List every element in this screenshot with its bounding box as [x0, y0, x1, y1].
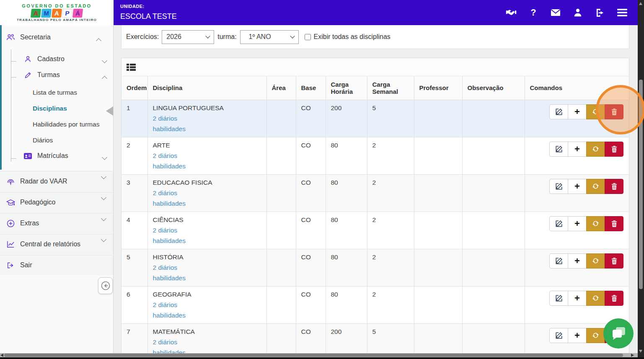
- habilidades-link[interactable]: habilidades: [153, 312, 261, 319]
- add-button[interactable]: +: [568, 216, 587, 231]
- discipline-name: EDUCACAO FISICA: [153, 179, 261, 186]
- base-cell: CO: [296, 174, 326, 212]
- area-cell: [266, 137, 296, 174]
- sidebar-item-diarios[interactable]: Diários: [33, 137, 110, 144]
- delete-button[interactable]: [605, 179, 623, 194]
- refresh-button[interactable]: [586, 179, 605, 194]
- chat-bubbles-icon: [610, 325, 627, 341]
- users-icon: [6, 34, 15, 41]
- diarios-link[interactable]: 2 diários: [153, 189, 261, 197]
- school-name: ESCOLA TESTE: [120, 12, 177, 21]
- chevron-down-icon: [101, 195, 106, 200]
- sidebar-item-matriculas[interactable]: Matrículas: [23, 152, 108, 160]
- menu-icon[interactable]: [617, 8, 628, 18]
- chat-widget-button[interactable]: [603, 318, 634, 349]
- habilidades-link[interactable]: habilidades: [153, 163, 261, 170]
- edit-button[interactable]: [549, 291, 568, 306]
- diarios-link[interactable]: 2 diários: [153, 301, 261, 309]
- sidebar-item-habilidades-por-turmas[interactable]: Habilidades por turmas: [33, 121, 110, 128]
- sidebar-item-lista-de-turmas[interactable]: Lista de turmas: [33, 89, 110, 96]
- area-cell: [266, 212, 296, 249]
- mail-icon[interactable]: [550, 8, 561, 18]
- observacao-cell: [462, 174, 525, 212]
- base-cell: CO: [296, 212, 326, 249]
- sidebar-item-sair[interactable]: Sair: [0, 255, 113, 276]
- sidebar-item-secretaria[interactable]: Secretaria: [6, 34, 108, 41]
- diarios-link[interactable]: 2 diários: [153, 264, 261, 271]
- command-buttons: +: [550, 142, 623, 157]
- discipline-name: LINGUA PORTUGUESA: [153, 104, 261, 112]
- add-button[interactable]: +: [568, 291, 587, 306]
- sidebar-item-cadastro[interactable]: Cadastro: [23, 55, 108, 63]
- sidebar-item-turmas[interactable]: Turmas: [23, 71, 108, 79]
- refresh-button[interactable]: [586, 216, 605, 231]
- delete-button[interactable]: [605, 142, 623, 157]
- refresh-button[interactable]: [586, 253, 605, 269]
- diarios-link[interactable]: 2 diários: [153, 115, 261, 122]
- habilidades-link[interactable]: habilidades: [153, 125, 261, 133]
- base-cell: CO: [296, 137, 326, 174]
- diarios-link[interactable]: 2 diários: [153, 227, 261, 234]
- edit-button[interactable]: [549, 104, 568, 119]
- exibir-todas-checkbox[interactable]: [305, 34, 311, 40]
- delete-button[interactable]: [605, 291, 623, 306]
- sidebar-item-label: Radar do VAAR: [20, 178, 67, 185]
- habilidades-link[interactable]: habilidades: [153, 237, 261, 245]
- sidebar-item-pedagogico[interactable]: Pedagógico: [0, 192, 113, 213]
- ordem-cell: 5: [122, 249, 147, 286]
- turma-label: turma:: [217, 33, 236, 41]
- horizontal-scrollbar-thumb[interactable]: [4, 354, 623, 357]
- add-button[interactable]: +: [568, 179, 587, 194]
- delete-button[interactable]: [605, 253, 623, 269]
- sidebar-item-label: Sair: [20, 261, 32, 269]
- refresh-button[interactable]: [586, 291, 605, 306]
- sidebar-collapse-button[interactable]: [98, 277, 113, 294]
- topbar-icons: ?: [506, 0, 628, 25]
- scroll-left-arrow[interactable]: [0, 354, 3, 357]
- diarios-link[interactable]: 2 diários: [153, 338, 261, 346]
- user-icon[interactable]: [572, 8, 583, 18]
- add-button[interactable]: +: [568, 104, 587, 119]
- sidebar-item-radar-do-vaar[interactable]: Radar do VAAR: [0, 171, 113, 192]
- scroll-right-arrow[interactable]: [631, 354, 634, 357]
- add-button[interactable]: +: [568, 328, 587, 343]
- logout-icon[interactable]: [595, 8, 605, 18]
- sidebar-item-central-de-relatorios[interactable]: Central de relatórios: [0, 234, 113, 255]
- sidebar-item-extras[interactable]: Extras: [0, 213, 113, 234]
- unit-label: UNIDADE:: [120, 4, 145, 9]
- disciplina-cell: CIÊNCIAS 2 diários habilidades: [147, 212, 266, 249]
- refresh-button[interactable]: [586, 328, 605, 343]
- edit-button[interactable]: [549, 179, 568, 194]
- scroll-down-arrow[interactable]: [639, 350, 642, 353]
- add-button[interactable]: +: [568, 253, 587, 269]
- habilidades-link[interactable]: habilidades: [153, 274, 261, 282]
- scroll-up-arrow[interactable]: [639, 2, 642, 5]
- logo-letter: P: [62, 9, 72, 18]
- area-cell: [266, 174, 296, 212]
- turma-select[interactable]: 1º ANO: [240, 30, 299, 44]
- handshake-icon[interactable]: [506, 8, 517, 18]
- app-logo: GOVERNO DO ESTADO A M A P Á TRABALHANDO …: [0, 0, 114, 25]
- edit-button[interactable]: [549, 216, 568, 231]
- habilidades-link[interactable]: habilidades: [153, 200, 261, 207]
- person-icon: [23, 55, 32, 63]
- horizontal-scrollbar[interactable]: [0, 353, 638, 357]
- chevron-down-icon: [101, 216, 106, 221]
- add-button[interactable]: +: [568, 142, 587, 157]
- delete-button[interactable]: [605, 216, 623, 231]
- chevron-down-icon: [206, 34, 210, 38]
- sidebar-item-disciplinas[interactable]: Disciplinas: [33, 105, 110, 112]
- help-icon[interactable]: ?: [528, 8, 539, 18]
- card-header: [122, 58, 629, 76]
- edit-button[interactable]: [549, 253, 568, 269]
- diarios-link[interactable]: 2 diários: [153, 152, 261, 160]
- exercicios-select[interactable]: 2026: [162, 30, 214, 44]
- refresh-button[interactable]: [586, 142, 605, 157]
- vertical-scrollbar[interactable]: [638, 0, 644, 359]
- table-header-row: Ordem Disciplina Área Base Carga Horária…: [122, 76, 629, 100]
- area-cell: [266, 286, 296, 323]
- comandos-cell: +: [525, 137, 629, 174]
- col-header-professor: Professor: [414, 76, 462, 100]
- edit-button[interactable]: [549, 142, 568, 157]
- edit-button[interactable]: [549, 328, 568, 343]
